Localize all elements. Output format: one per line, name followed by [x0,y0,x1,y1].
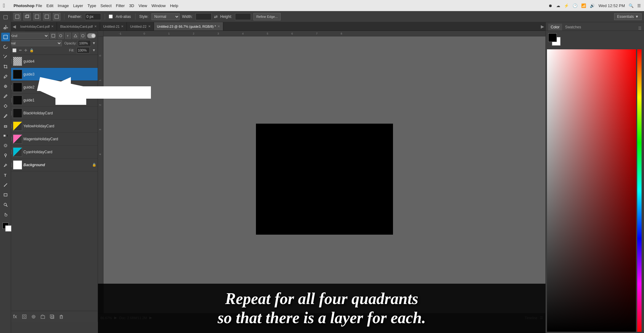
canvas-document[interactable] [256,124,393,235]
zoom-tool[interactable] [1,200,10,209]
tab-blackholidaycard[interactable]: BlackHolidayCard.pdf ✕ [57,22,100,31]
filter-adjustment-icon[interactable] [58,33,64,39]
foreground-color[interactable] [2,223,9,229]
tab-swatches[interactable]: Swatches [563,24,584,31]
text-tool[interactable]: T [1,171,10,179]
delete-layer-button[interactable] [58,313,65,320]
blur-tool[interactable] [1,141,10,150]
layer-item-background[interactable]: 👁 Background 🔒 [0,158,98,171]
filter-shape-icon[interactable] [72,33,79,39]
tab-close-3[interactable]: ✕ [121,25,124,28]
fill-input[interactable] [77,47,90,53]
filter-text-icon[interactable]: T [65,33,71,39]
filter-pixel-icon[interactable] [50,33,56,39]
tab-scroll-right[interactable]: ▶ [539,22,545,31]
tab-lowhoidaycard[interactable]: lowHolidayCard.pdf ✕ [17,22,57,31]
kind-filter-select[interactable]: Kind [8,33,49,39]
layer-item-guide3[interactable]: guide3 [0,68,98,81]
feather-input[interactable] [85,13,101,20]
menu-edit[interactable]: Edit [47,3,53,8]
color-gradient[interactable] [547,49,636,332]
dodge-tool[interactable] [1,151,10,160]
filter-smart-icon[interactable] [80,33,86,39]
filter-toggle[interactable] [87,33,96,38]
menu-layer[interactable]: Layer [73,3,83,8]
move-tool[interactable]: ✢ [1,23,10,31]
selection-option-3[interactable] [33,13,41,20]
layer-item-blackholidaycard[interactable]: BlackHolidayCard [0,107,98,120]
tab-close-4[interactable]: ✕ [148,25,151,28]
magic-wand-tool[interactable] [1,52,10,61]
refine-edge-button[interactable]: Refine Edge... [253,13,281,20]
style-select[interactable]: Normal Fixed Ratio Fixed Size [152,13,180,20]
menu-window[interactable]: Window [152,3,166,8]
fill-arrow[interactable]: ▼ [92,48,96,52]
eyedropper-tool[interactable] [1,72,10,81]
layer-item-guide2[interactable]: guide2 [0,81,98,94]
clone-stamp-tool[interactable] [1,102,10,110]
antialias-checkbox[interactable] [109,14,113,18]
lasso-tool[interactable] [1,43,10,51]
menu-image[interactable]: Image [58,3,69,8]
new-fill-layer-button[interactable] [30,313,37,320]
tab-close-5[interactable]: ✕ [217,25,220,28]
menu-type[interactable]: Type [87,3,96,8]
lock-paint-icon[interactable]: ✏ [19,48,22,52]
color-panel-menu-icon[interactable]: ☰ [638,26,642,31]
path-select-tool[interactable] [1,181,10,189]
layer-item-yellowholidaycard[interactable]: YellowHolidayCard [0,120,98,133]
pen-tool[interactable] [1,161,10,170]
tab-untitled21[interactable]: Untitled-21 ✕ [100,22,127,31]
healing-brush-tool[interactable] [1,82,10,91]
lock-move-icon[interactable]: ✢ [24,48,27,52]
menu-3d[interactable]: 3D [129,3,134,8]
gradient-tool[interactable] [1,131,10,140]
tab-untitled22[interactable]: Untitled-22 ✕ [127,22,154,31]
menu-select[interactable]: Select [100,3,111,8]
eraser-tool[interactable] [1,121,10,130]
tab-scroll-left[interactable]: ◀ [11,22,17,31]
menu-view[interactable]: View [139,3,147,8]
height-input[interactable] [235,13,251,20]
marquee-tool[interactable] [1,13,10,22]
tab-untitled23[interactable]: Untitled-23 @ 66.7% (guide3, RGB/8) * ✕ [154,22,224,31]
swap-icon[interactable]: ⇄ [214,14,218,19]
selection-option-4[interactable] [43,13,51,20]
brush-tool[interactable] [1,92,10,101]
layer-item-guide1[interactable]: 👁 guide1 [0,94,98,107]
essentials-button[interactable]: Essentials ▼ [614,13,642,20]
selection-option-2[interactable] [23,13,31,20]
menu-icon[interactable]: ☰ [637,3,641,8]
new-layer-button[interactable] [49,313,55,320]
crop-tool[interactable] [1,62,10,71]
rect-shape-tool[interactable] [1,191,10,199]
hand-tool[interactable] [1,210,10,219]
new-group-button[interactable] [39,313,46,320]
layer-item-cyanholidaycard[interactable]: CyanHolidayCard [0,146,98,158]
app-name[interactable]: Photoshop [14,3,34,8]
lock-transparency-icon[interactable]: ⬜ [12,48,17,52]
tab-close-2[interactable]: ✕ [94,25,97,28]
width-input[interactable] [196,13,212,20]
selection-option-5[interactable] [53,13,60,20]
hue-slider[interactable] [637,49,642,332]
menu-file[interactable]: File [36,3,42,8]
menu-filter[interactable]: Filter [116,3,125,8]
tab-close-1[interactable]: ✕ [51,25,54,28]
background-color[interactable] [5,225,11,232]
search-icon[interactable]: 🔍 [629,3,634,8]
layer-item-guide4[interactable]: 👁 guide4 [0,55,98,68]
selection-option-1[interactable] [14,13,21,20]
opacity-input[interactable] [78,40,91,46]
apple-logo-icon[interactable]:  [3,2,9,9]
lock-all-icon[interactable]: 🔒 [30,48,34,52]
menu-help[interactable]: Help [170,3,178,8]
opacity-arrow[interactable]: ▼ [92,41,96,45]
tab-color[interactable]: Color [548,24,562,31]
foreground-swatch[interactable] [548,33,557,42]
history-brush-tool[interactable] [1,112,10,120]
layer-item-magentaholidaycard[interactable]: MagentaHolidayCard [0,133,98,146]
layer-fx-button[interactable]: fx [12,313,18,320]
add-mask-button[interactable] [21,313,28,320]
rect-marquee-tool[interactable] [1,33,10,41]
